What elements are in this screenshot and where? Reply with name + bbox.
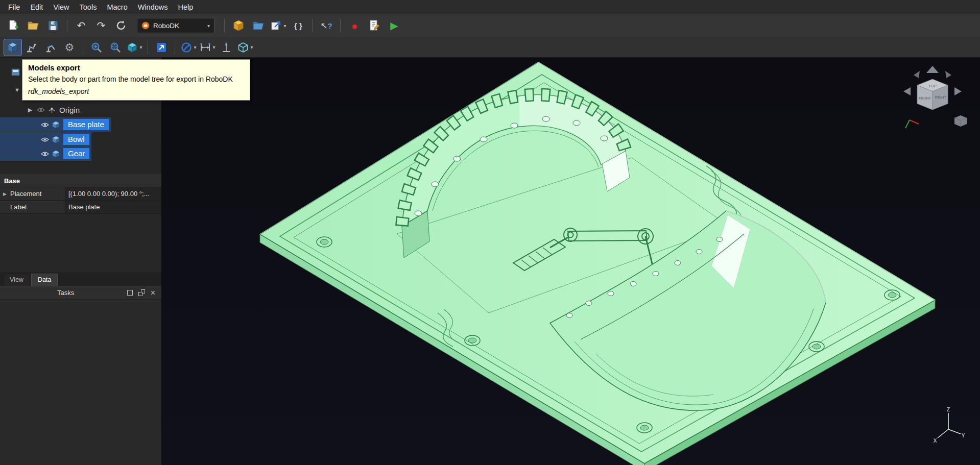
models-export-tooltip: Models export Select the body or part fr… <box>22 59 250 101</box>
measure-button[interactable]: ▾ <box>199 39 216 56</box>
eye-icon[interactable] <box>41 122 49 128</box>
tree-item-label[interactable]: Gear <box>63 148 89 159</box>
tree-item-base-plate[interactable]: Base plate <box>0 117 161 132</box>
open-file-button[interactable] <box>24 17 42 34</box>
script-pencil-icon <box>368 19 380 32</box>
collision-check-button[interactable]: ▾ <box>180 39 197 56</box>
new-file-button[interactable] <box>4 17 22 34</box>
whats-this-button[interactable]: ↖ ? <box>317 17 336 34</box>
menu-file[interactable]: File <box>3 1 25 13</box>
property-value-label[interactable]: Base plate <box>65 201 161 214</box>
separator <box>340 19 341 32</box>
settings-button[interactable]: ⚙ <box>61 39 78 56</box>
eye-icon[interactable] <box>41 151 49 157</box>
redo-button[interactable]: ↷ <box>92 17 110 34</box>
eye-icon[interactable] <box>41 137 49 142</box>
z-axis-label: Z <box>947 407 950 412</box>
new-file-icon <box>7 19 19 32</box>
refresh-button[interactable] <box>112 17 130 34</box>
whats-this-arrow-icon: ↖ <box>320 21 327 30</box>
isometric-view-button[interactable]: ▾ <box>126 39 143 56</box>
measure-icon <box>199 41 211 54</box>
workbench-selector[interactable]: RoboDK ▾ <box>137 18 214 33</box>
menu-view[interactable]: View <box>48 1 74 13</box>
undo-button[interactable]: ↶ <box>72 17 90 34</box>
property-editor: Base ▶ Placement [(1.00 0.00 0.00); 90.0… <box>0 175 161 272</box>
redo-icon: ↷ <box>97 20 106 31</box>
navcube-front-label: FRONT <box>919 96 931 100</box>
navcube-left-arrow[interactable] <box>903 87 911 95</box>
robot-arm-icon <box>26 41 38 54</box>
menu-edit[interactable]: Edit <box>25 1 48 13</box>
property-name-label[interactable]: Label <box>0 201 65 214</box>
api-braces-button[interactable]: { } <box>289 17 307 34</box>
axis-indicator: Z X Y <box>930 407 966 445</box>
zoom-in-button[interactable] <box>88 39 105 56</box>
tooltip-title: Models export <box>28 63 244 72</box>
navcube-up-arrow[interactable] <box>926 66 939 73</box>
play-icon: ▶ <box>390 20 398 31</box>
vertical-measure-icon <box>220 41 232 54</box>
tree-item-origin[interactable]: ▶ Origin <box>0 103 161 117</box>
record-button[interactable]: ● <box>345 17 364 34</box>
measure-vertical-button[interactable] <box>218 39 235 56</box>
navcube-x-axis <box>910 120 919 124</box>
edit-script-button[interactable] <box>365 17 384 34</box>
workbench-selected-label: RoboDK <box>153 22 203 30</box>
open-folder-icon <box>27 19 39 32</box>
navigation-cube[interactable]: TOP FRONT RIGHT <box>894 65 971 136</box>
menu-help[interactable]: Help <box>173 1 199 13</box>
float-panel-icon[interactable] <box>127 290 133 296</box>
zoom-fit-button[interactable] <box>107 39 124 56</box>
tasks-panel-body <box>0 300 161 465</box>
zoom-fit-icon <box>109 41 122 54</box>
eye-icon[interactable] <box>37 107 45 113</box>
robodk-open-station-button[interactable] <box>249 17 268 34</box>
display-style-button[interactable]: ▾ <box>236 39 254 56</box>
tooltip-command: rdk_models_export <box>28 87 244 95</box>
menu-tools[interactable]: Tools <box>75 1 102 13</box>
toolbar-file: ↶ ↷ RoboDK ▾ ▾ { } ↖ ? ● ▶ <box>0 14 980 37</box>
y-axis-label: Y <box>962 433 965 438</box>
robodk-package-button[interactable] <box>229 17 248 34</box>
tab-data[interactable]: Data <box>31 274 58 286</box>
chevron-down-icon: ▾ <box>250 44 253 50</box>
freecad-window: File Edit View Tools Macro Windows Help … <box>0 0 980 465</box>
save-button[interactable] <box>44 17 62 34</box>
3d-viewport[interactable]: TOP FRONT RIGHT Z X Y <box>162 58 980 465</box>
navcube-top-label: TOP <box>928 84 937 88</box>
close-panel-icon[interactable]: × <box>151 289 155 297</box>
property-name-placement[interactable]: ▶ Placement <box>0 187 65 201</box>
tree-item-label[interactable]: Bowl <box>63 134 89 145</box>
tree-item-bowl[interactable]: Bowl <box>0 132 161 146</box>
export-arrow-icon <box>270 19 282 32</box>
tree-expand-caret[interactable]: ▶ <box>27 107 34 113</box>
expand-caret-icon[interactable]: ▶ <box>3 191 10 197</box>
models-export-button[interactable] <box>4 39 21 56</box>
left-panel: ▼ ▶ Origin Base plate <box>0 58 162 465</box>
document-root-icon[interactable] <box>11 68 20 79</box>
run-program-button[interactable]: ▶ <box>385 17 403 34</box>
package-box-icon <box>232 19 245 32</box>
navcube-right-arrow[interactable] <box>954 87 962 95</box>
robot-arm-button-1[interactable] <box>23 39 40 56</box>
question-mark-icon: ? <box>328 21 332 30</box>
menu-macro[interactable]: Macro <box>102 1 132 13</box>
restore-panel-icon[interactable] <box>138 289 145 296</box>
robot-tool-icon <box>44 41 57 54</box>
save-icon <box>47 19 59 32</box>
robodk-export-button[interactable]: ▾ <box>269 17 288 34</box>
toolbar-view: ⚙ ▾ ▾ ▾ ▾ <box>0 37 980 58</box>
tree-item-gear[interactable]: Gear <box>0 146 161 161</box>
tree-item-label[interactable]: Base plate <box>63 119 109 130</box>
tree-expand-caret[interactable]: ▼ <box>14 87 20 93</box>
tree-item-label[interactable]: Origin <box>59 106 80 114</box>
menubar: File Edit View Tools Macro Windows Help <box>0 0 980 14</box>
property-value-placement[interactable]: [(1.00 0.00 0.00); 90.00 °;... <box>65 187 161 201</box>
record-icon: ● <box>351 20 358 31</box>
menu-windows[interactable]: Windows <box>133 1 173 13</box>
tab-view[interactable]: View <box>3 274 30 286</box>
robot-arm-button-2[interactable] <box>42 39 59 56</box>
go-to-view-button[interactable] <box>153 39 170 56</box>
chevron-down-icon: ▾ <box>139 44 142 50</box>
